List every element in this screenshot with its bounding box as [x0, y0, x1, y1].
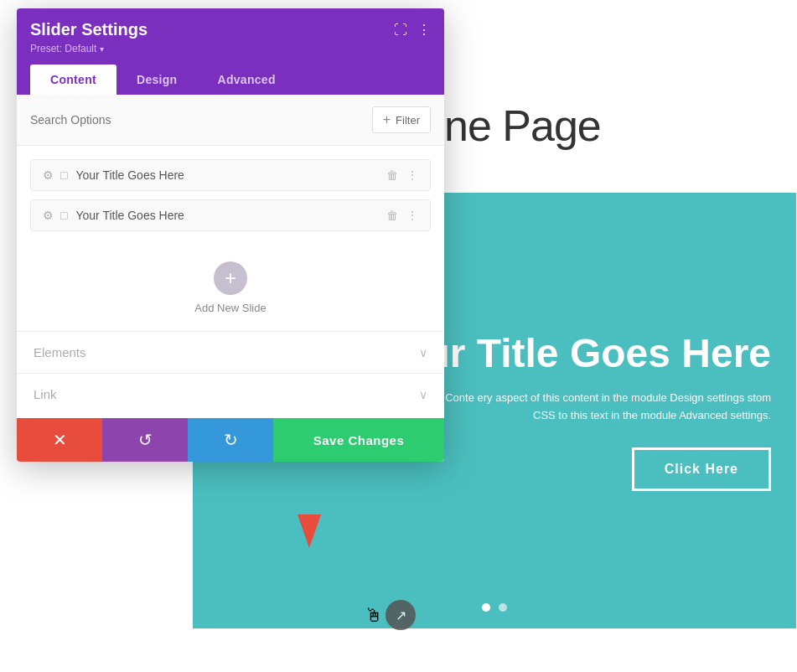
- panel-header-icons: ⛶ ⋮: [394, 22, 431, 38]
- slides-list: ⚙ □ Your Title Goes Here 🗑 ⋮ ⚙ □ Your Ti…: [17, 146, 444, 245]
- more-options-icon[interactable]: ⋮: [406, 168, 418, 182]
- gear-icon[interactable]: ⚙: [43, 168, 54, 182]
- search-bar: + Filter: [17, 95, 444, 146]
- panel-header-top: Slider Settings ⛶ ⋮: [30, 20, 431, 39]
- redo-icon: ↻: [224, 430, 238, 450]
- link-section[interactable]: Link ∨: [17, 373, 444, 415]
- search-input[interactable]: [30, 113, 364, 127]
- elements-chevron-icon: ∨: [419, 346, 427, 359]
- add-new-slide-button[interactable]: +: [214, 261, 247, 295]
- delete-icon-2[interactable]: 🗑: [386, 209, 398, 222]
- slide-item-2-icons: ⚙ □: [43, 209, 67, 222]
- link-label: Link: [34, 387, 57, 401]
- panel-preset[interactable]: Preset: Default ▾: [30, 43, 431, 54]
- copy-icon[interactable]: □: [60, 168, 67, 182]
- save-changes-label: Save Changes: [313, 433, 405, 447]
- slide-item-2-actions: 🗑 ⋮: [386, 209, 418, 222]
- dot-2: [499, 603, 507, 612]
- gear-icon-2[interactable]: ⚙: [43, 209, 54, 222]
- filter-plus-icon: +: [383, 112, 391, 127]
- hand-cursor: 🖱: [365, 605, 383, 627]
- slide-item-2: ⚙ □ Your Title Goes Here 🗑 ⋮: [30, 199, 431, 231]
- elements-label: Elements: [34, 345, 86, 359]
- click-here-button[interactable]: Click Here: [632, 447, 771, 491]
- undo-icon: ↺: [138, 430, 153, 450]
- tab-advanced[interactable]: Advanced: [197, 65, 295, 95]
- slider-settings-panel: Slider Settings ⛶ ⋮ Preset: Default ▾ Co…: [17, 8, 444, 462]
- cancel-icon: ✕: [53, 430, 67, 450]
- panel-tabs: Content Design Advanced: [30, 65, 431, 95]
- slide-item-1-actions: 🗑 ⋮: [386, 168, 418, 182]
- cancel-button[interactable]: ✕: [17, 418, 102, 462]
- slider-dots: [482, 603, 507, 612]
- tab-design[interactable]: Design: [116, 65, 197, 95]
- more-icon[interactable]: ⋮: [417, 22, 431, 38]
- save-changes-button[interactable]: Save Changes: [273, 418, 444, 462]
- slide-item-1: ⚙ □ Your Title Goes Here 🗑 ⋮: [30, 159, 431, 191]
- more-options-icon-2[interactable]: ⋮: [406, 209, 418, 222]
- elements-section[interactable]: Elements ∨: [17, 331, 444, 373]
- filter-button[interactable]: + Filter: [372, 106, 431, 133]
- link-chevron-icon: ∨: [419, 388, 427, 401]
- red-arrow-icon: [298, 514, 321, 548]
- page-title: ne Page: [444, 101, 601, 151]
- slide-item-2-title: Your Title Goes Here: [75, 209, 378, 222]
- panel-title: Slider Settings: [30, 20, 147, 39]
- bottom-bar: ✕ ↺ ↻ Save Changes: [17, 418, 444, 462]
- slide-item-1-title: Your Title Goes Here: [75, 168, 378, 182]
- delete-icon[interactable]: 🗑: [386, 168, 398, 182]
- external-link-icon: ↗: [386, 600, 416, 630]
- red-arrow-indicator: [298, 514, 321, 548]
- maximize-icon[interactable]: ⛶: [394, 23, 407, 38]
- undo-button[interactable]: ↺: [102, 418, 188, 462]
- slide-item-1-icons: ⚙ □: [43, 168, 67, 182]
- dot-1: [482, 603, 490, 612]
- preset-label: Preset: Default: [30, 43, 96, 54]
- filter-label: Filter: [396, 114, 420, 127]
- add-slide-section: + Add New Slide: [17, 245, 444, 331]
- preset-arrow-icon: ▾: [100, 44, 104, 54]
- add-slide-label: Add New Slide: [194, 302, 266, 314]
- copy-icon-2[interactable]: □: [60, 209, 67, 222]
- panel-body: + Filter ⚙ □ Your Title Goes Here 🗑 ⋮ ⚙: [17, 95, 444, 462]
- tab-content[interactable]: Content: [30, 65, 116, 95]
- redo-button[interactable]: ↻: [188, 418, 273, 462]
- panel-header: Slider Settings ⛶ ⋮ Preset: Default ▾ Co…: [17, 8, 444, 95]
